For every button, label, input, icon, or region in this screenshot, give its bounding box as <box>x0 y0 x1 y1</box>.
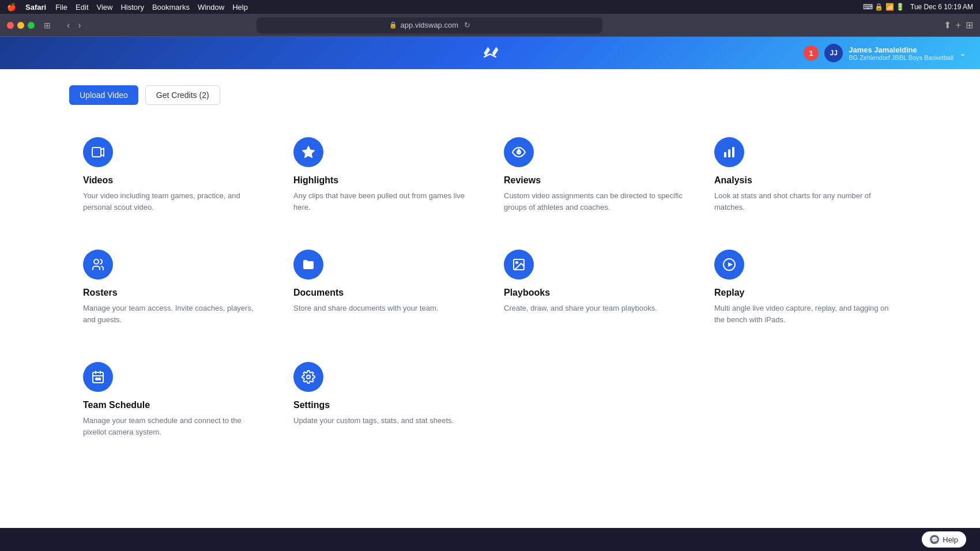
menu-edit[interactable]: Edit <box>76 3 88 12</box>
people-icon <box>83 250 113 280</box>
card-title-highlights: Highlights <box>293 175 476 186</box>
main-content: Upload Video Get Credits (2) Videos Your… <box>0 69 980 528</box>
svg-rect-11 <box>93 372 103 383</box>
svg-rect-5 <box>732 147 734 157</box>
get-credits-button[interactable]: Get Credits (2) <box>145 85 220 105</box>
card-title-reviews: Reviews <box>504 175 687 186</box>
reload-button[interactable]: ↻ <box>464 21 470 29</box>
folder-icon <box>293 250 323 280</box>
apple-menu-icon[interactable]: 🍎 <box>7 3 16 12</box>
card-title-documents: Documents <box>293 288 476 298</box>
image-icon <box>504 250 534 280</box>
card-highlights[interactable]: Highlights Any clips that have been pull… <box>280 123 490 236</box>
browser-toolbar-actions: ⬆ + ⊞ <box>944 20 973 31</box>
user-team: BG Zehlendorf JBBL Boys Basketball <box>849 54 953 61</box>
close-button[interactable] <box>7 22 14 29</box>
new-tab-button[interactable]: + <box>956 20 961 31</box>
user-dropdown-chevron[interactable]: ⌄ <box>959 48 966 58</box>
card-desc-settings: Update your custom tags, stats, and stat… <box>293 415 476 427</box>
forward-button[interactable]: › <box>76 19 83 32</box>
svg-rect-16 <box>99 378 100 380</box>
card-team-schedule[interactable]: Team Schedule Manage your team schedule … <box>69 348 280 461</box>
svg-point-8 <box>516 262 518 263</box>
address-bar[interactable]: 🔒 app.vidswap.com ↻ <box>257 17 602 33</box>
video-icon <box>83 137 113 167</box>
user-avatar: JJ <box>824 44 843 62</box>
card-title-team-schedule: Team Schedule <box>83 400 266 410</box>
svg-marker-10 <box>728 262 733 267</box>
card-videos[interactable]: Videos Your video including team games, … <box>69 123 280 236</box>
app-footer: 💬 Help <box>0 528 980 551</box>
browser-nav-controls: ‹ › <box>65 19 84 32</box>
card-rosters[interactable]: Rosters Manage your team access. Invite … <box>69 236 280 348</box>
card-desc-documents: Store and share documents with your team… <box>293 303 476 314</box>
menubar-right-icons: ⌨ 🔒 📶 🔋 <box>863 3 904 11</box>
cards-grid: Videos Your video including team games, … <box>69 123 911 461</box>
card-reviews[interactable]: Reviews Custom video assignments can be … <box>490 123 700 236</box>
menu-history[interactable]: History <box>120 3 144 12</box>
browser-content: 1 JJ James Jamaleldine BG Zehlendorf JBB… <box>0 37 980 551</box>
card-analysis[interactable]: Analysis Look at stats and shot charts f… <box>700 123 911 236</box>
user-info: James Jamaleldine BG Zehlendorf JBBL Boy… <box>849 46 953 61</box>
card-settings[interactable]: Settings Update your custom tags, stats,… <box>280 348 490 461</box>
action-buttons: Upload Video Get Credits (2) <box>69 85 911 105</box>
chart-icon <box>714 137 744 167</box>
app-menu-safari[interactable]: Safari <box>25 3 46 12</box>
svg-rect-0 <box>92 148 101 157</box>
tab-overview-button[interactable]: ⊞ <box>966 20 973 31</box>
user-name: James Jamaleldine <box>849 46 953 54</box>
menu-view[interactable]: View <box>97 3 113 12</box>
notification-badge[interactable]: 1 <box>804 46 819 61</box>
card-playbooks[interactable]: Playbooks Create, draw, and share your t… <box>490 236 700 348</box>
svg-marker-1 <box>303 146 314 157</box>
play-icon <box>714 250 744 280</box>
card-desc-rosters: Manage your team access. Invite coaches,… <box>83 303 266 325</box>
calendar-icon <box>83 362 113 392</box>
share-button[interactable]: ⬆ <box>944 20 951 31</box>
svg-point-17 <box>307 375 310 379</box>
header-right: 1 JJ James Jamaleldine BG Zehlendorf JBB… <box>804 44 966 62</box>
card-title-rosters: Rosters <box>83 288 266 298</box>
back-button[interactable]: ‹ <box>65 19 72 32</box>
card-desc-analysis: Look at stats and shot charts for any nu… <box>714 190 897 213</box>
mac-menubar: 🍎 Safari File Edit View History Bookmark… <box>0 0 980 14</box>
upload-video-button[interactable]: Upload Video <box>69 85 138 105</box>
gear-icon <box>293 362 323 392</box>
menu-file[interactable]: File <box>55 3 67 12</box>
app-header: 1 JJ James Jamaleldine BG Zehlendorf JBB… <box>0 37 980 69</box>
svg-rect-4 <box>728 149 730 157</box>
fullscreen-button[interactable] <box>28 22 35 29</box>
help-button[interactable]: 💬 Help <box>922 531 966 548</box>
menubar-time: Tue Dec 6 10:19 AM <box>910 3 973 11</box>
svg-point-6 <box>94 259 99 264</box>
card-title-replay: Replay <box>714 288 897 298</box>
card-desc-team-schedule: Manage your team schedule and connect to… <box>83 415 266 437</box>
svg-rect-3 <box>724 152 726 157</box>
url-display: app.vidswap.com <box>401 21 458 29</box>
menu-window[interactable]: Window <box>198 3 224 12</box>
card-title-settings: Settings <box>293 400 476 410</box>
card-documents[interactable]: Documents Store and share documents with… <box>280 236 490 348</box>
card-title-playbooks: Playbooks <box>504 288 687 298</box>
eye-icon <box>504 137 534 167</box>
card-title-videos: Videos <box>83 175 266 186</box>
card-title-analysis: Analysis <box>714 175 897 186</box>
app-logo[interactable] <box>480 43 500 63</box>
traffic-lights <box>7 22 35 29</box>
card-desc-playbooks: Create, draw, and share your team playbo… <box>504 303 687 314</box>
card-desc-reviews: Custom video assignments can be directed… <box>504 190 687 213</box>
browser-chrome: ⊞ ‹ › 🔒 app.vidswap.com ↻ ⬆ + ⊞ <box>0 14 980 37</box>
card-desc-replay: Multi angle live video capture, replay, … <box>714 303 897 325</box>
sidebar-toggle-button[interactable]: ⊞ <box>40 20 54 31</box>
menu-bookmarks[interactable]: Bookmarks <box>152 3 190 12</box>
minimize-button[interactable] <box>17 22 24 29</box>
help-chat-icon: 💬 <box>930 535 939 544</box>
menu-help[interactable]: Help <box>232 3 248 12</box>
card-desc-highlights: Any clips that have been pulled out from… <box>293 190 476 213</box>
card-replay[interactable]: Replay Multi angle live video capture, r… <box>700 236 911 348</box>
svg-rect-15 <box>96 378 97 380</box>
help-label: Help <box>943 535 958 544</box>
card-desc-videos: Your video including team games, practic… <box>83 190 266 213</box>
lock-icon: 🔒 <box>389 21 397 29</box>
star-icon <box>293 137 323 167</box>
